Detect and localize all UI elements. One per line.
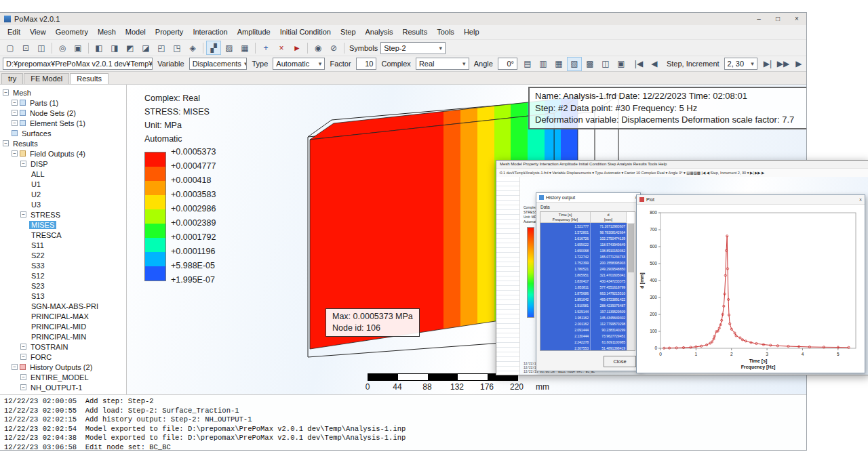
plot-window-titlebar[interactable]: Plot × <box>637 195 865 205</box>
tree-item-mesh[interactable]: Mesh <box>0 87 126 98</box>
table-row[interactable]: 1.910981288.4239075487 <box>540 302 627 308</box>
previous-increment-icon[interactable]: ◀ <box>647 57 662 71</box>
history-table-body[interactable]: 1.52177771.267129836071.57280198.7830814… <box>540 223 627 350</box>
tree-item-node-sets-2[interactable]: Node Sets (2) <box>0 108 126 118</box>
wireframe-icon[interactable]: ▦ <box>237 41 252 55</box>
title-bar[interactable]: PoMax v2.0.1 – □ × <box>0 13 806 25</box>
scrollbar-thumb[interactable] <box>628 224 634 272</box>
table-row[interactable]: 1.951162145.4345649302 <box>540 314 627 321</box>
table-row[interactable]: 1.891042469.6723891422 <box>540 296 627 302</box>
results-file-dropdown[interactable]: D:¥prepomax¥PrePoMax v2.0.1 dev¥Temp¥Ana… <box>3 58 153 70</box>
menu-item-edit[interactable]: Edit <box>3 25 25 39</box>
table-row[interactable]: 1.929144197.1139529509 <box>540 308 627 314</box>
open-file-icon[interactable]: ⊡ <box>18 41 33 55</box>
type-dropdown[interactable]: Automatic <box>273 58 325 70</box>
menu-item-step[interactable]: Step <box>336 25 361 39</box>
close-icon[interactable]: × <box>859 197 862 202</box>
tab-fe-model[interactable]: FE Model <box>24 73 69 84</box>
play-animation-icon[interactable]: ▶ <box>791 57 806 71</box>
tree-item-nh-output-1[interactable]: NH_OUTPUT-1 <box>0 382 126 392</box>
menu-item-tools[interactable]: Tools <box>432 25 459 39</box>
query-icon[interactable]: + <box>258 41 273 55</box>
tree-item-history-outputs-2[interactable]: History Outputs (2) <box>0 362 126 372</box>
expander-icon[interactable] <box>3 140 9 146</box>
table-row[interactable]: 2.24227861.6091100985 <box>540 339 627 345</box>
history-table[interactable]: Time [s] Frequency [Hz] d [mm] 1.5217777… <box>540 211 635 351</box>
expander-icon[interactable] <box>12 120 18 126</box>
table-row[interactable]: 1.805951321.4701605041 <box>540 272 627 278</box>
tree-item-tresca[interactable]: TRESCA <box>0 230 126 240</box>
close-button[interactable]: × <box>787 13 806 25</box>
angle-input[interactable]: 0° <box>498 58 517 70</box>
tree-item-element-sets-1[interactable]: Element Sets (1) <box>0 118 126 128</box>
next-increment-icon[interactable]: ▶| <box>760 57 775 71</box>
tree-item-u2[interactable]: U2 <box>0 189 126 199</box>
expander-icon[interactable] <box>20 354 26 360</box>
tree-item-disp[interactable]: DISP <box>0 159 126 169</box>
hide-icon[interactable]: ⊘ <box>326 41 341 55</box>
new-file-icon[interactable]: ▢ <box>3 41 18 55</box>
tree-item-principal-min[interactable]: PRINCIPAL-MIN <box>0 331 126 342</box>
step-increment-dropdown[interactable]: 2, 30 <box>724 58 757 70</box>
menu-item-view[interactable]: View <box>25 25 51 39</box>
history-output-dialog[interactable]: History output × Data Time [s] Frequency… <box>536 192 641 371</box>
left-view-icon[interactable]: ◩ <box>123 41 138 55</box>
table-row[interactable]: 2.001162112.7799570298 <box>540 321 627 327</box>
right-view-icon[interactable]: ◪ <box>138 41 153 55</box>
tree-item-surfaces[interactable]: Surfaces <box>0 128 126 138</box>
iso-view-icon[interactable]: ◈ <box>185 41 200 55</box>
tree-item-mises[interactable]: MISES <box>0 220 126 230</box>
expander-icon[interactable] <box>12 100 18 106</box>
table-row[interactable]: 2.30755351.4891398419 <box>540 345 627 350</box>
tree-item-principal-mid[interactable]: PRINCIPAL-MID <box>0 321 126 331</box>
message-log[interactable]: 12/22/23 02:00:05 Add step: Step-212/22/… <box>0 394 806 451</box>
symbols-dropdown[interactable]: Step-2 <box>380 42 446 54</box>
table-row[interactable]: 2.13044473.9627729451 <box>540 333 627 339</box>
show-icon[interactable]: ◉ <box>311 41 326 55</box>
close-dialog-button[interactable]: Close <box>604 356 636 367</box>
expander-icon[interactable] <box>20 344 26 350</box>
maximize-button[interactable]: □ <box>768 13 787 25</box>
table-row[interactable]: 1.722742165.0771234733 <box>540 253 627 260</box>
expander-icon[interactable] <box>12 364 18 370</box>
expander-icon[interactable] <box>12 150 18 157</box>
table-row[interactable]: 1.780521249.2909548850 <box>540 266 627 272</box>
tree-item-s33[interactable]: S33 <box>0 260 126 270</box>
arrow-annotation-icon[interactable]: ► <box>290 41 304 55</box>
menu-item-geometry[interactable]: Geometry <box>51 25 93 39</box>
tree-item-parts-1[interactable]: Parts (1) <box>0 98 126 108</box>
fit-view-icon[interactable]: ▣ <box>71 41 85 55</box>
tree-item-results[interactable]: Results <box>0 138 126 148</box>
table-row[interactable]: 1.853811577.4551618799 <box>540 284 627 290</box>
table-row[interactable]: 1.655022118.5743949649 <box>540 241 627 247</box>
transparency-icon[interactable]: ▨ <box>222 41 237 55</box>
history-dialog-titlebar[interactable]: History output × <box>536 193 640 203</box>
table-row[interactable]: 1.875686663.1479215510 <box>540 290 627 296</box>
zoom-icon[interactable]: ◎ <box>55 41 70 55</box>
tree-item-s11[interactable]: S11 <box>0 240 126 250</box>
tree-item-principal-max[interactable]: PRINCIPAL-MAX <box>0 311 126 321</box>
secondary-menu-bar[interactable]: Mesh Model Property Interaction Amplitud… <box>496 161 868 168</box>
animate-icon[interactable]: ◫ <box>598 57 613 71</box>
plot-window[interactable]: Plot × 0100200300400500600700800012345Ti… <box>636 194 865 373</box>
tree-item-u1[interactable]: U1 <box>0 179 126 189</box>
result-contour-icon[interactable]: ▧ <box>567 57 582 71</box>
top-view-icon[interactable]: ◰ <box>154 41 169 55</box>
expander-icon[interactable] <box>20 374 26 380</box>
variable-dropdown[interactable]: Displacements <box>189 58 248 70</box>
expander-icon[interactable] <box>3 89 9 96</box>
menu-item-initial-condition[interactable]: Initial Condition <box>275 25 336 39</box>
table-row[interactable]: 1.57280198.78308142664 <box>540 229 627 235</box>
table-row[interactable]: 1.752399200.1558395903 <box>540 260 627 266</box>
no-contour-icon[interactable]: ▩ <box>583 57 597 71</box>
menu-item-results[interactable]: Results <box>398 25 433 39</box>
table-scrollbar[interactable] <box>627 223 635 350</box>
tree-item-u3[interactable]: U3 <box>0 199 126 209</box>
expander-icon[interactable] <box>20 384 26 390</box>
tree-item-s12[interactable]: S12 <box>0 270 126 281</box>
minimize-button[interactable]: – <box>749 13 768 25</box>
back-view-icon[interactable]: ◨ <box>107 41 122 55</box>
expander-icon[interactable] <box>20 211 26 218</box>
menu-item-interaction[interactable]: Interaction <box>188 25 232 39</box>
expander-icon[interactable] <box>12 110 18 116</box>
